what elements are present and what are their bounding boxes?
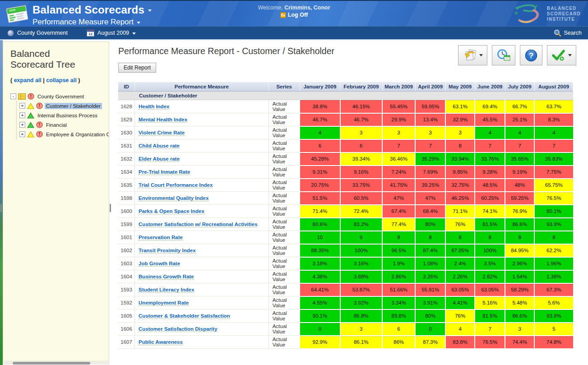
value-cell: 62.2% xyxy=(534,244,573,257)
table-row: 1628Health IndexActual Value38.8%46.15%5… xyxy=(118,100,573,113)
series-cell: Actual Value xyxy=(269,126,300,139)
log-off-button[interactable]: Log Off xyxy=(258,12,330,18)
tree-label[interactable]: Customer / Stakeholder xyxy=(45,103,102,109)
tree-label[interactable]: County Government xyxy=(36,93,85,100)
measure-link[interactable]: Customer & Stakeholder Satisfaction xyxy=(139,313,230,319)
svg-text:?: ? xyxy=(529,51,533,60)
series-cell: Actual Value xyxy=(269,231,300,244)
value-cell: 76.9% xyxy=(505,205,534,218)
value-cell: 74.4% xyxy=(505,336,534,349)
measure-cell: Unemployment Rate xyxy=(135,296,269,310)
left-splitter-handle[interactable] xyxy=(0,204,2,212)
welcome-prefix: Welcome, xyxy=(258,5,282,11)
measure-link[interactable]: Environmental Quality Index xyxy=(139,195,208,201)
alert-icon: ! xyxy=(36,121,43,128)
measure-link[interactable]: Elder Abuse rate xyxy=(139,156,180,162)
table-row: 1599Customer Satisfaction w/ Recreationa… xyxy=(118,218,573,231)
value-cell: 77.4% xyxy=(382,218,415,231)
value-cell: 67.3% xyxy=(534,283,573,296)
value-cell: 76.5% xyxy=(534,192,573,205)
horizontal-scrollbar-track[interactable] xyxy=(3,362,110,365)
measure-cell: Preservation Rate xyxy=(135,231,269,244)
value-cell: 4 xyxy=(445,323,475,336)
calendar-icon: 12 xyxy=(87,29,94,37)
value-cell: 59.95% xyxy=(415,100,445,113)
value-cell: 100% xyxy=(475,244,505,257)
context-nav-bar: County Government 12 August 2009 Search xyxy=(0,26,588,40)
horizontal-scrollbar-thumb[interactable] xyxy=(13,362,90,365)
institute-word-2: SCORECARD xyxy=(547,11,581,16)
measure-link[interactable]: Mental Health Index xyxy=(139,117,187,123)
svg-text:!: ! xyxy=(39,132,40,137)
value-cell: 3.16% xyxy=(340,257,382,270)
measure-link[interactable]: Child Abuse rate xyxy=(139,143,180,149)
collapse-all-link[interactable]: collapse all xyxy=(46,77,76,83)
value-cell: 6 xyxy=(340,139,382,152)
page-title-menu[interactable]: Performance Measure Report xyxy=(32,18,152,27)
column-header-august-2009: August 2009 xyxy=(534,82,573,92)
measure-link[interactable]: Health Index xyxy=(139,104,169,110)
tree-toggle[interactable]: + xyxy=(19,131,25,137)
value-cell: 55.45% xyxy=(382,100,415,113)
check-plus-icon xyxy=(551,49,566,62)
value-cell: 81.5% xyxy=(475,218,505,231)
measure-link[interactable]: Student Literacy Index xyxy=(139,287,194,293)
organization-selector[interactable]: County Government xyxy=(7,30,68,37)
tree-item-customer-stakeholder: +!Customer / Stakeholder xyxy=(19,101,104,111)
tree-toggle[interactable]: + xyxy=(19,103,25,109)
measure-link[interactable]: Unemployment Rate xyxy=(139,300,189,306)
help-button[interactable]: ? xyxy=(520,45,542,65)
yellow-triangle-icon xyxy=(27,131,34,138)
measure-link[interactable]: Transit Proximity Index xyxy=(139,248,196,254)
measure-link[interactable]: Preservation Rate xyxy=(139,235,183,240)
value-cell: 45.28% xyxy=(300,152,340,166)
export-button[interactable] xyxy=(458,45,487,65)
measure-link[interactable]: Parks & Open Space Index xyxy=(139,208,204,214)
app-title-menu[interactable]: Balanced Scorecards xyxy=(32,4,152,16)
value-cell: 76% xyxy=(445,310,475,323)
value-cell: 3 xyxy=(340,323,382,336)
tree-toggle[interactable]: + xyxy=(19,122,25,128)
right-splitter-handle[interactable] xyxy=(110,204,111,212)
measure-link[interactable]: Customer Satisfaction w/ Recreational Ac… xyxy=(139,222,258,227)
period-selector[interactable]: 12 August 2009 xyxy=(87,29,136,37)
value-cell: 48% xyxy=(505,179,534,192)
measure-link[interactable]: Pre-Trial Inmate Rate xyxy=(139,169,190,175)
value-cell: 46.7% xyxy=(300,113,340,126)
expand-all-link[interactable]: expand all xyxy=(14,77,42,83)
tree-toggle[interactable]: + xyxy=(19,112,25,118)
value-cell: 89.8% xyxy=(382,310,415,323)
value-cell: 9.16% xyxy=(340,166,382,179)
value-cell: 46.7% xyxy=(340,113,382,126)
measure-cell: Environmental Quality Index xyxy=(135,192,269,205)
table-row: 1605Customer & Stakeholder SatisfactionA… xyxy=(118,310,573,323)
table-row: 1602Transit Proximity IndexActual Value8… xyxy=(118,244,573,257)
series-cell: Actual Value xyxy=(269,205,300,218)
value-cell: 80.6% xyxy=(300,218,340,231)
period-label: August 2009 xyxy=(97,30,129,36)
value-cell: 35.65% xyxy=(505,152,534,166)
history-button[interactable] xyxy=(492,45,515,65)
value-cell: 3 xyxy=(340,126,382,139)
series-cell: Actual Value xyxy=(269,113,300,126)
measure-link[interactable]: Public Awareness xyxy=(139,339,183,345)
value-cell: 2.26% xyxy=(445,270,475,283)
measure-link[interactable]: Customer Satisfaction Disparity xyxy=(139,326,217,332)
measure-link[interactable]: Job Growth Rate xyxy=(139,261,180,267)
approve-button[interactable] xyxy=(547,45,576,65)
organization-label: County Government xyxy=(17,30,68,36)
value-cell: 86% xyxy=(382,336,415,349)
alert-icon: ! xyxy=(36,102,43,109)
tree-label[interactable]: Employee & Organization Cap xyxy=(45,131,109,138)
measure-link[interactable]: Trial Court Performance Index xyxy=(139,182,213,188)
value-cell: 0 xyxy=(300,323,340,336)
tree-toggle[interactable]: - xyxy=(10,93,16,99)
measure-link[interactable]: Violent Crime Rate xyxy=(139,130,185,136)
search-button[interactable]: Search xyxy=(554,29,582,37)
measure-link[interactable]: Business Growth Rate xyxy=(139,274,194,280)
tree-label[interactable]: Internal Business Process xyxy=(36,112,99,119)
value-cell: 59.25% xyxy=(505,192,534,205)
measure-id: 1606 xyxy=(118,323,135,336)
tree-label[interactable]: Financial xyxy=(45,122,68,128)
edit-report-button[interactable]: Edit Report xyxy=(118,63,156,73)
